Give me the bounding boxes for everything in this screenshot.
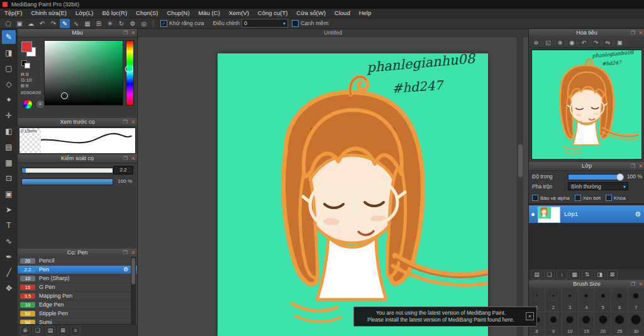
dock-icon[interactable]: ❐: [631, 280, 635, 288]
document-tab[interactable]: Untitled: [138, 29, 528, 37]
blend-mode-dropdown[interactable]: Bình thường ▾: [568, 182, 628, 190]
new-layer-button[interactable]: ▤: [531, 270, 542, 279]
brush-size-30[interactable]: 30: [628, 312, 644, 336]
antialias-checkbox[interactable]: ✓ Khử răng cưa: [160, 20, 204, 27]
merge-down-button[interactable]: ↓: [557, 270, 567, 279]
brush-size-4[interactable]: 4: [579, 288, 595, 312]
divide-tool[interactable]: ▦: [2, 156, 16, 170]
brush-tool[interactable]: ✎: [2, 30, 16, 44]
delete-brush-button[interactable]: ⊠: [58, 326, 68, 335]
layer-row[interactable]: Lớp1 ⚙: [529, 205, 644, 223]
menu-item-c-a-s-w[interactable]: Cửa sổ(W): [292, 9, 330, 18]
eyedropper-tool[interactable]: ✒: [2, 250, 16, 264]
checkbox-box[interactable]: [606, 195, 612, 201]
close-icon[interactable]: ✕: [131, 118, 135, 126]
brush-size-15[interactable]: 15: [579, 312, 595, 336]
rotate-snap-icon[interactable]: ↻: [116, 19, 126, 28]
add-brush-button[interactable]: ⊕: [20, 326, 30, 335]
dock-icon[interactable]: ❐: [123, 154, 128, 163]
reset-view-icon[interactable]: ▣: [614, 38, 625, 47]
undo-icon[interactable]: ↶: [37, 19, 47, 28]
brush-size-2[interactable]: 2: [545, 288, 562, 312]
brush-size-5[interactable]: 5: [595, 288, 611, 312]
notification-close-icon[interactable]: ✕: [526, 312, 534, 320]
brush-item-g-pen[interactable]: 15G Pen: [18, 283, 137, 292]
brush-list-scrollbar[interactable]: [131, 257, 136, 325]
brush-opacity-slider[interactable]: [21, 178, 113, 185]
reorder-layer-button[interactable]: ⇅: [582, 270, 592, 279]
close-icon[interactable]: ✕: [638, 29, 643, 37]
brush-size-6[interactable]: 6: [611, 288, 628, 312]
brush-item-pen[interactable]: 2.2Pen⚙: [18, 266, 137, 274]
menu-item-t-p-f[interactable]: Tệp(F): [0, 9, 27, 18]
brush-item-pen-sharp[interactable]: 10Pen (Sharp): [18, 274, 137, 283]
menu-item-cloud[interactable]: Cloud: [330, 9, 355, 18]
brush-size-25[interactable]: 25: [611, 312, 628, 336]
new-canvas-icon[interactable]: ▢: [3, 19, 13, 28]
brush-folder-button[interactable]: ▤: [45, 326, 55, 335]
layer-settings-icon[interactable]: ⚙: [635, 205, 641, 223]
text-tool[interactable]: T: [2, 219, 16, 232]
foreground-color-swatch[interactable]: [21, 41, 32, 52]
flip-icon[interactable]: ⇋: [602, 38, 613, 47]
menu-item-m-u-c[interactable]: Màu (C): [194, 9, 224, 18]
gradient-tool[interactable]: ▤: [2, 140, 16, 154]
rotate-left-icon[interactable]: ↶: [579, 38, 589, 47]
dock-icon[interactable]: ❐: [123, 118, 128, 126]
canvas-document[interactable]: [218, 53, 488, 336]
checkbox-b-o-v-alpha[interactable]: Bảo vệ alpha: [532, 195, 570, 201]
select-pen-tool[interactable]: ⊡: [2, 171, 16, 185]
add-folder-button[interactable]: ▦: [569, 270, 580, 279]
snap-settings-icon[interactable]: ⚙: [128, 19, 138, 28]
soft-edge-checkbox-box[interactable]: [292, 20, 299, 27]
menu-item-xem-v[interactable]: Xem(V): [225, 9, 253, 18]
checkbox-x-n-b-t[interactable]: Xén bớt: [575, 195, 601, 201]
move-tool[interactable]: ✛: [2, 109, 16, 122]
saturation-value-picker[interactable]: [44, 40, 123, 106]
menu-item-ch-nh-s-a-e[interactable]: Chỉnh sửa(E): [27, 9, 72, 18]
navigator-thumbnail[interactable]: [531, 50, 642, 160]
soft-edge-checkbox[interactable]: Cạnh mềm: [292, 20, 328, 27]
menu-item-ch-n-s[interactable]: Chọn(S): [131, 9, 162, 18]
menu-item-l-p-l[interactable]: Lớp(L): [71, 9, 97, 18]
duplicate-brush-button[interactable]: ❏: [33, 326, 43, 335]
ellipse-snap-icon[interactable]: ◎: [139, 19, 149, 28]
redo-icon[interactable]: ↷: [48, 19, 58, 28]
brush-item-pencil[interactable]: 20Pencil: [18, 257, 137, 266]
menu-item-ch-p-n[interactable]: Chụp(N): [162, 9, 194, 18]
save-icon[interactable]: ▣: [14, 19, 25, 28]
brush-size-slider[interactable]: [21, 168, 113, 173]
checkbox-box[interactable]: [532, 195, 538, 201]
close-icon[interactable]: ✕: [638, 280, 643, 288]
brush-item-edge-pen[interactable]: 10Edge Pen: [18, 301, 137, 310]
cloud-icon[interactable]: ☁: [26, 19, 36, 28]
brush-size-20[interactable]: 20: [595, 312, 611, 336]
select-rect-tool[interactable]: ▢: [2, 62, 16, 75]
pen-mode-icon[interactable]: ✎: [60, 19, 70, 28]
swap-colors-icon[interactable]: [25, 63, 30, 68]
hue-cursor[interactable]: [125, 66, 133, 72]
canvas-area[interactable]: Untitled: [138, 29, 528, 336]
menu-item-help[interactable]: Help: [355, 9, 376, 18]
canvas-vertical-scrollbar[interactable]: [517, 36, 523, 336]
hue-slider[interactable]: [126, 40, 134, 106]
sv-cursor[interactable]: [61, 92, 68, 99]
dock-icon[interactable]: ❐: [123, 29, 128, 37]
grid-icon[interactable]: ▦: [82, 19, 92, 28]
rotate-right-icon[interactable]: ↷: [591, 38, 601, 47]
dock-icon[interactable]: ❐: [631, 29, 635, 37]
menu-item-b-l-c-r[interactable]: Bộ lọc(R): [97, 9, 131, 18]
stamp-tool[interactable]: ▣: [2, 187, 16, 201]
close-icon[interactable]: ✕: [131, 249, 135, 257]
layer-color-button[interactable]: ◨: [594, 270, 605, 279]
stroke-icon[interactable]: ∿: [71, 19, 81, 28]
close-icon[interactable]: ✕: [131, 154, 135, 163]
snap-radial-icon[interactable]: ✳: [105, 19, 115, 28]
antialias-checkbox-box[interactable]: ✓: [160, 20, 167, 27]
layer-visibility-icon[interactable]: [531, 213, 535, 216]
zoom-out-icon[interactable]: ⊖: [531, 38, 541, 47]
layer-opacity-slider[interactable]: [568, 174, 622, 180]
snap-grid-icon[interactable]: ⊞: [94, 19, 104, 28]
close-icon[interactable]: ✕: [638, 162, 643, 170]
duplicate-layer-button[interactable]: ❏: [544, 270, 555, 279]
